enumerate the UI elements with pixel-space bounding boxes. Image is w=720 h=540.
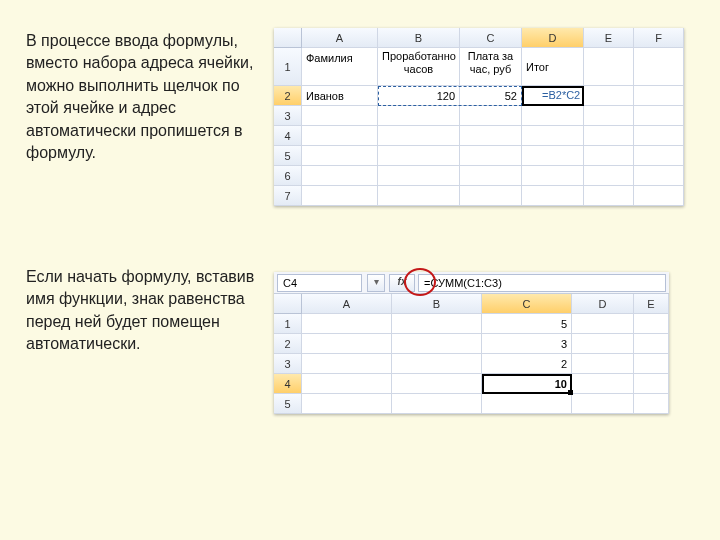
select-all-corner-2[interactable] bbox=[274, 294, 302, 314]
cell-d7[interactable] bbox=[522, 186, 584, 206]
cell-f3[interactable] bbox=[634, 106, 684, 126]
col-header-e[interactable]: E bbox=[584, 28, 634, 48]
cell2-a2[interactable] bbox=[302, 334, 392, 354]
cell-f4[interactable] bbox=[634, 126, 684, 146]
cell-a6[interactable] bbox=[302, 166, 378, 186]
cell2-e2[interactable] bbox=[634, 334, 669, 354]
cell-c2[interactable]: 52 bbox=[460, 86, 522, 106]
cell-d6[interactable] bbox=[522, 166, 584, 186]
cell-e2[interactable] bbox=[584, 86, 634, 106]
cell2-d4[interactable] bbox=[572, 374, 634, 394]
cell2-a1[interactable] bbox=[302, 314, 392, 334]
col2-header-a[interactable]: A bbox=[302, 294, 392, 314]
row-header-4[interactable]: 4 bbox=[274, 126, 302, 146]
cell2-c1[interactable]: 5 bbox=[482, 314, 572, 334]
cell2-d2[interactable] bbox=[572, 334, 634, 354]
cell-a1[interactable]: Фамилия bbox=[302, 48, 378, 86]
cell2-c5[interactable] bbox=[482, 394, 572, 414]
cell-f7[interactable] bbox=[634, 186, 684, 206]
paragraph-function-equals: Если начать формулу, вставив имя функции… bbox=[26, 266, 256, 356]
cell-a7[interactable] bbox=[302, 186, 378, 206]
cell-c7[interactable] bbox=[460, 186, 522, 206]
cell2-b1[interactable] bbox=[392, 314, 482, 334]
cell-c5[interactable] bbox=[460, 146, 522, 166]
row-header-7[interactable]: 7 bbox=[274, 186, 302, 206]
row2-header-4[interactable]: 4 bbox=[274, 374, 302, 394]
cell2-c3[interactable]: 2 bbox=[482, 354, 572, 374]
cell-e1[interactable] bbox=[584, 48, 634, 86]
cell-d3[interactable] bbox=[522, 106, 584, 126]
cell2-a5[interactable] bbox=[302, 394, 392, 414]
cell2-c4[interactable]: 10 bbox=[482, 374, 572, 394]
row-header-3[interactable]: 3 bbox=[274, 106, 302, 126]
formula-bar: C4 ▾ fx =СУММ(C1:C3) bbox=[274, 272, 669, 294]
col-header-c[interactable]: C bbox=[460, 28, 522, 48]
cell-b2[interactable]: 120 bbox=[378, 86, 460, 106]
row2-header-5[interactable]: 5 bbox=[274, 394, 302, 414]
cell2-b2[interactable] bbox=[392, 334, 482, 354]
row-header-5[interactable]: 5 bbox=[274, 146, 302, 166]
cell-b6[interactable] bbox=[378, 166, 460, 186]
cell2-b5[interactable] bbox=[392, 394, 482, 414]
row2-header-2[interactable]: 2 bbox=[274, 334, 302, 354]
col2-header-d[interactable]: D bbox=[572, 294, 634, 314]
cell-d4[interactable] bbox=[522, 126, 584, 146]
cell-b5[interactable] bbox=[378, 146, 460, 166]
col-header-b[interactable]: B bbox=[378, 28, 460, 48]
cell2-e5[interactable] bbox=[634, 394, 669, 414]
cell-f1[interactable] bbox=[634, 48, 684, 86]
cell-e6[interactable] bbox=[584, 166, 634, 186]
cell-a4[interactable] bbox=[302, 126, 378, 146]
col-header-a[interactable]: A bbox=[302, 28, 378, 48]
cell-c1[interactable]: Плата за час, руб bbox=[460, 48, 522, 86]
cell-d1[interactable]: Итог bbox=[522, 48, 584, 86]
cell-e3[interactable] bbox=[584, 106, 634, 126]
cell2-d5[interactable] bbox=[572, 394, 634, 414]
dropdown-button[interactable]: ▾ bbox=[367, 274, 385, 292]
cell-e7[interactable] bbox=[584, 186, 634, 206]
cell2-a4[interactable] bbox=[302, 374, 392, 394]
row-header-6[interactable]: 6 bbox=[274, 166, 302, 186]
cell2-b3[interactable] bbox=[392, 354, 482, 374]
cell-a2[interactable]: Иванов bbox=[302, 86, 378, 106]
row-header-1[interactable]: 1 bbox=[274, 48, 302, 86]
cell-d5[interactable] bbox=[522, 146, 584, 166]
paragraph-formula-click: В процессе ввода формулы, вместо набора … bbox=[26, 30, 256, 164]
cell-a5[interactable] bbox=[302, 146, 378, 166]
cell-c4[interactable] bbox=[460, 126, 522, 146]
row2-header-3[interactable]: 3 bbox=[274, 354, 302, 374]
cell-d2[interactable] bbox=[522, 86, 584, 106]
cell2-d1[interactable] bbox=[572, 314, 634, 334]
cell2-b4[interactable] bbox=[392, 374, 482, 394]
cell-e5[interactable] bbox=[584, 146, 634, 166]
cell-b3[interactable] bbox=[378, 106, 460, 126]
cell-f5[interactable] bbox=[634, 146, 684, 166]
cell2-e4[interactable] bbox=[634, 374, 669, 394]
cell-c3[interactable] bbox=[460, 106, 522, 126]
cell2-c2[interactable]: 3 bbox=[482, 334, 572, 354]
cell-c6[interactable] bbox=[460, 166, 522, 186]
col-header-d[interactable]: D bbox=[522, 28, 584, 48]
spreadsheet-1: A B C D E F 1 Фамилия Проработанно часов… bbox=[274, 28, 684, 206]
cell-b1[interactable]: Проработанно часов bbox=[378, 48, 460, 86]
cell-b7[interactable] bbox=[378, 186, 460, 206]
cell-a3[interactable] bbox=[302, 106, 378, 126]
col2-header-c[interactable]: C bbox=[482, 294, 572, 314]
col-header-f[interactable]: F bbox=[634, 28, 684, 48]
cell2-a3[interactable] bbox=[302, 354, 392, 374]
cell2-d3[interactable] bbox=[572, 354, 634, 374]
name-box[interactable]: C4 bbox=[277, 274, 362, 292]
cell-f2[interactable] bbox=[634, 86, 684, 106]
cell-b4[interactable] bbox=[378, 126, 460, 146]
cell2-e1[interactable] bbox=[634, 314, 669, 334]
cell-e4[interactable] bbox=[584, 126, 634, 146]
row2-header-1[interactable]: 1 bbox=[274, 314, 302, 334]
cell-f6[interactable] bbox=[634, 166, 684, 186]
cell2-e3[interactable] bbox=[634, 354, 669, 374]
col2-header-b[interactable]: B bbox=[392, 294, 482, 314]
select-all-corner[interactable] bbox=[274, 28, 302, 48]
col2-header-e[interactable]: E bbox=[634, 294, 669, 314]
row-header-2[interactable]: 2 bbox=[274, 86, 302, 106]
formula-bar-content[interactable]: =СУММ(C1:C3) bbox=[418, 274, 666, 292]
fx-button[interactable]: fx bbox=[389, 274, 415, 292]
